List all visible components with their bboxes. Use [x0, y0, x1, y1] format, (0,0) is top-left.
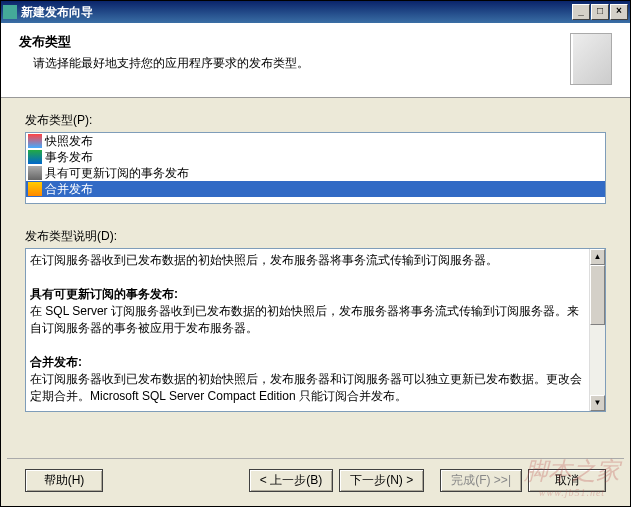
header-text: 发布类型 请选择能最好地支持您的应用程序要求的发布类型。	[19, 33, 562, 85]
merge-icon	[28, 182, 42, 196]
publication-type-label: 发布类型(P):	[25, 112, 606, 129]
desc-line: 在订阅服务器收到已发布数据的初始快照后，发布服务器和订阅服务器可以独立更新已发布…	[30, 372, 582, 403]
transactional-icon	[28, 150, 42, 164]
app-icon	[3, 5, 17, 19]
titlebar: 新建发布向导 _ □ ×	[1, 1, 630, 23]
scroll-thumb[interactable]	[590, 265, 605, 325]
header-graphic	[570, 33, 612, 85]
wizard-window: 新建发布向导 _ □ × 发布类型 请选择能最好地支持您的应用程序要求的发布类型…	[0, 0, 631, 507]
wizard-header: 发布类型 请选择能最好地支持您的应用程序要求的发布类型。	[1, 23, 630, 98]
description-content: 在订阅服务器收到已发布数据的初始快照后，发布服务器将事务流式传输到订阅服务器。 …	[26, 249, 589, 411]
end-button-group: 完成(F) >>| 取消	[440, 469, 606, 492]
next-button[interactable]: 下一步(N) >	[339, 469, 424, 492]
list-item[interactable]: 具有可更新订阅的事务发布	[26, 165, 605, 181]
list-item[interactable]: 快照发布	[26, 133, 605, 149]
desc-heading: 合并发布:	[30, 355, 82, 369]
finish-button: 完成(F) >>|	[440, 469, 522, 492]
list-item-label: 事务发布	[45, 149, 93, 166]
back-button[interactable]: < 上一步(B)	[249, 469, 333, 492]
minimize-button[interactable]: _	[572, 4, 590, 20]
desc-line: 在订阅服务器收到已发布数据的初始快照后，发布服务器将事务流式传输到订阅服务器。	[30, 253, 498, 267]
description-label: 发布类型说明(D):	[25, 228, 606, 245]
maximize-button[interactable]: □	[591, 4, 609, 20]
scrollbar[interactable]: ▲ ▼	[589, 249, 605, 411]
list-item-label: 快照发布	[45, 133, 93, 150]
cancel-button[interactable]: 取消	[528, 469, 606, 492]
list-item[interactable]: 合并发布	[26, 181, 605, 197]
list-item[interactable]: 事务发布	[26, 149, 605, 165]
wizard-footer: 帮助(H) < 上一步(B) 下一步(N) > 完成(F) >>| 取消	[7, 458, 624, 506]
window-title: 新建发布向导	[21, 4, 571, 21]
snapshot-icon	[28, 134, 42, 148]
updatable-trans-icon	[28, 166, 42, 180]
list-item-label: 合并发布	[45, 181, 93, 198]
desc-line: 在 SQL Server 订阅服务器收到已发布数据的初始快照后，发布服务器将事务…	[30, 304, 579, 335]
description-textbox[interactable]: 在订阅服务器收到已发布数据的初始快照后，发布服务器将事务流式传输到订阅服务器。 …	[25, 248, 606, 412]
help-button[interactable]: 帮助(H)	[25, 469, 103, 492]
page-subtitle: 请选择能最好地支持您的应用程序要求的发布类型。	[33, 55, 562, 72]
desc-heading: 具有可更新订阅的事务发布:	[30, 287, 178, 301]
close-button[interactable]: ×	[610, 4, 628, 20]
list-item-label: 具有可更新订阅的事务发布	[45, 165, 189, 182]
publication-type-listbox[interactable]: 快照发布 事务发布 具有可更新订阅的事务发布 合并发布	[25, 132, 606, 204]
wizard-body: 发布类型(P): 快照发布 事务发布 具有可更新订阅的事务发布 合并发布 发布类…	[1, 98, 630, 412]
page-title: 发布类型	[19, 33, 562, 51]
scroll-up-button[interactable]: ▲	[590, 249, 605, 265]
scroll-track[interactable]	[590, 325, 605, 395]
scroll-down-button[interactable]: ▼	[590, 395, 605, 411]
nav-button-group: < 上一步(B) 下一步(N) >	[249, 469, 424, 492]
description-section: 发布类型说明(D): 在订阅服务器收到已发布数据的初始快照后，发布服务器将事务流…	[25, 228, 606, 412]
